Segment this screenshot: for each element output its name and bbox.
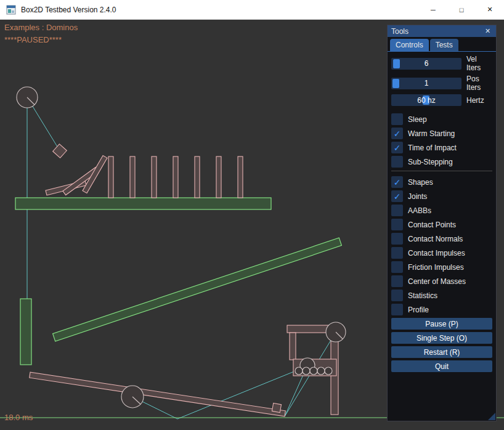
quit-button[interactable]: Quit bbox=[391, 360, 492, 372]
restart-button[interactable]: Restart (R) bbox=[391, 346, 492, 358]
checkbox-label: Time of Impact bbox=[408, 144, 457, 152]
domino bbox=[238, 156, 243, 198]
domino bbox=[195, 156, 200, 198]
checkmark-icon: ✓ bbox=[394, 129, 401, 138]
checkbox-aabbs[interactable]: ✓ bbox=[391, 205, 403, 216]
checkbox-label: Contact Normals bbox=[408, 235, 463, 243]
hertz-value: 60 hz bbox=[391, 94, 461, 106]
checkbox-contact-impulses[interactable]: ✓ bbox=[391, 247, 403, 259]
minimize-icon: ─ bbox=[431, 6, 436, 14]
ball bbox=[295, 367, 303, 375]
check-row-time-of-impact: ✓ Time of Impact bbox=[391, 142, 492, 153]
tools-panel: Tools ✕ Controls Tests 6 Vel Iters 1 P bbox=[387, 25, 497, 421]
separator bbox=[391, 171, 492, 171]
vel-iters-row: 6 Vel Iters bbox=[391, 55, 492, 72]
vel-iters-label: Vel Iters bbox=[466, 55, 492, 72]
dynamic-shapes bbox=[30, 144, 343, 416]
pos-iters-slider[interactable]: 1 bbox=[391, 78, 461, 89]
check-row-warm-starting: ✓ Warm Starting bbox=[391, 128, 492, 139]
frame-left-post bbox=[290, 333, 296, 360]
checkbox-label: AABBs bbox=[408, 206, 431, 215]
vertical-wall bbox=[20, 299, 31, 365]
checkbox-joints[interactable]: ✓ bbox=[391, 190, 403, 202]
domino bbox=[130, 156, 135, 198]
pos-iters-label: Pos Iters bbox=[466, 75, 492, 92]
hertz-label: Hertz bbox=[466, 96, 484, 105]
ball bbox=[310, 367, 317, 375]
ball bbox=[317, 367, 325, 375]
checkmark-icon: ✓ bbox=[394, 178, 401, 187]
checkbox-contact-points[interactable]: ✓ bbox=[391, 219, 403, 230]
hertz-row: 60 hz Hertz bbox=[391, 94, 492, 106]
close-button[interactable]: ✕ bbox=[476, 0, 504, 19]
small-box bbox=[272, 403, 281, 412]
checkbox-label: Joints bbox=[408, 192, 427, 201]
domino bbox=[152, 156, 156, 198]
maximize-button[interactable]: □ bbox=[447, 0, 476, 19]
checkbox-label: Profile bbox=[408, 306, 429, 314]
tools-content: 6 Vel Iters 1 Pos Iters 60 hz Hertz bbox=[388, 52, 496, 372]
tools-tabbar: Controls Tests bbox=[388, 37, 496, 52]
checkbox-friction-impulses[interactable]: ✓ bbox=[391, 261, 403, 273]
window-title: Box2D Testbed Version 2.4.0 bbox=[21, 6, 116, 14]
check-row-statistics: ✓ Statistics bbox=[391, 290, 492, 301]
single-step-button[interactable]: Single Step (O) bbox=[391, 332, 492, 344]
checkbox-profile[interactable]: ✓ bbox=[391, 304, 403, 315]
checkbox-statistics[interactable]: ✓ bbox=[391, 290, 403, 301]
tab-controls[interactable]: Controls bbox=[390, 39, 429, 51]
vel-iters-value: 6 bbox=[391, 58, 461, 70]
check-row-profile: ✓ Profile bbox=[391, 304, 492, 315]
maximize-icon: □ bbox=[460, 6, 464, 14]
checkbox-label: Friction Impulses bbox=[408, 263, 464, 272]
ball bbox=[303, 367, 310, 375]
checkbox-label: Contact Points bbox=[408, 221, 456, 229]
checkbox-shapes[interactable]: ✓ bbox=[391, 176, 403, 188]
checkbox-label: Sub-Stepping bbox=[408, 158, 453, 166]
checkbox-contact-normals[interactable]: ✓ bbox=[391, 233, 403, 245]
app-icon bbox=[6, 5, 16, 15]
checkbox-warm-starting[interactable]: ✓ bbox=[391, 128, 403, 139]
window-titlebar: Box2D Testbed Version 2.4.0 ─ □ ✕ bbox=[0, 0, 504, 20]
checkmark-icon: ✓ bbox=[394, 192, 401, 201]
paused-label: ****PAUSED**** bbox=[4, 35, 62, 44]
checkmark-icon: ✓ bbox=[394, 144, 401, 152]
check-row-center-of-masses: ✓ Center of Masses bbox=[391, 275, 492, 287]
domino-platform bbox=[15, 198, 271, 209]
window-controls: ─ □ ✕ bbox=[419, 0, 504, 19]
checkbox-label: Shapes bbox=[408, 178, 433, 187]
pendulum-box bbox=[53, 144, 67, 158]
checkbox-sub-stepping[interactable]: ✓ bbox=[391, 156, 403, 168]
minimize-button[interactable]: ─ bbox=[419, 0, 447, 19]
check-row-shapes: ✓ Shapes bbox=[391, 176, 492, 188]
check-row-joints: ✓ Joints bbox=[391, 190, 492, 202]
example-label: Examples : Dominos bbox=[4, 23, 78, 32]
check-row-contact-normals: ✓ Contact Normals bbox=[391, 233, 492, 245]
check-row-contact-points: ✓ Contact Points bbox=[391, 219, 492, 230]
check-row-contact-impulses: ✓ Contact Impulses bbox=[391, 247, 492, 259]
check-row-sleep: ✓ Sleep bbox=[391, 113, 492, 125]
checkbox-label: Statistics bbox=[408, 291, 437, 300]
resize-grip[interactable] bbox=[488, 413, 495, 420]
checkbox-time-of-impact[interactable]: ✓ bbox=[391, 142, 403, 153]
checkbox-sleep[interactable]: ✓ bbox=[391, 113, 403, 125]
checkbox-center-of-masses[interactable]: ✓ bbox=[391, 275, 403, 287]
close-icon: ✕ bbox=[487, 6, 492, 14]
check-row-friction-impulses: ✓ Friction Impulses bbox=[391, 261, 492, 273]
pos-iters-row: 1 Pos Iters bbox=[391, 75, 492, 92]
tab-tests[interactable]: Tests bbox=[430, 39, 458, 51]
tools-titlebar[interactable]: Tools ✕ bbox=[388, 25, 496, 37]
vel-iters-slider[interactable]: 6 bbox=[391, 58, 461, 70]
pause-button[interactable]: Pause (P) bbox=[391, 318, 492, 330]
domino bbox=[216, 156, 221, 198]
checkbox-label: Warm Starting bbox=[408, 129, 455, 138]
tools-close-icon[interactable]: ✕ bbox=[483, 27, 492, 35]
check-row-sub-stepping: ✓ Sub-Stepping bbox=[391, 156, 492, 168]
tools-title: Tools bbox=[391, 27, 408, 36]
domino bbox=[173, 156, 178, 198]
ball bbox=[325, 367, 332, 375]
tilted-plank bbox=[30, 372, 286, 416]
box2d-testbed-window: Examples : Dominos ****PAUSED**** 18.0 m… bbox=[0, 0, 504, 430]
checkbox-label: Center of Masses bbox=[408, 277, 466, 286]
hertz-slider[interactable]: 60 hz bbox=[391, 94, 461, 106]
check-row-aabbs: ✓ AABBs bbox=[391, 205, 492, 216]
